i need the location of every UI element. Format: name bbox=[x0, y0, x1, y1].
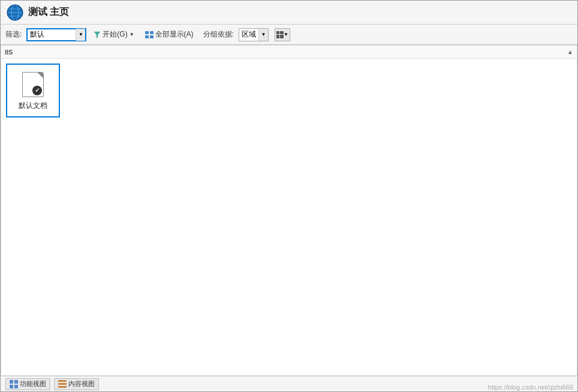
svg-rect-7 bbox=[145, 31, 149, 34]
svg-rect-17 bbox=[58, 386, 67, 388]
toolbar: 筛选: ▼ 开始(G) ▼ 全部显示(A) 分组依据: 区域 ▼ bbox=[1, 25, 577, 45]
content-area: IIS ▲ 默认文档 bbox=[1, 45, 577, 376]
feature-view-label: 功能视图 bbox=[20, 379, 46, 388]
view-toggle-button[interactable]: ▼ bbox=[275, 28, 290, 41]
group-dropdown-wrap[interactable]: 区域 ▼ bbox=[239, 28, 269, 41]
watermark: https://blog.csdn.net/qizhi666 bbox=[488, 384, 573, 391]
title-bar: 测试 主页 bbox=[1, 1, 577, 25]
file-check-icon bbox=[32, 86, 42, 95]
content-view-label: 内容视图 bbox=[68, 379, 95, 388]
filter-input[interactable] bbox=[28, 29, 76, 41]
svg-rect-16 bbox=[58, 383, 67, 385]
status-bar: 功能视图 内容视图 https://blog.csdn.net/qizhi666 bbox=[1, 376, 577, 391]
svg-rect-10 bbox=[150, 35, 153, 38]
svg-rect-12 bbox=[14, 380, 18, 384]
show-all-button[interactable]: 全部显示(A) bbox=[142, 28, 197, 42]
feature-view-icon bbox=[10, 380, 18, 388]
svg-rect-14 bbox=[14, 385, 18, 388]
view-arrow: ▼ bbox=[284, 32, 288, 37]
globe-icon bbox=[7, 4, 23, 21]
svg-marker-6 bbox=[94, 32, 100, 38]
svg-rect-11 bbox=[10, 380, 13, 384]
section-header: IIS ▲ bbox=[1, 46, 577, 59]
funnel-icon bbox=[94, 31, 101, 38]
filter-label: 筛选: bbox=[5, 29, 22, 40]
show-all-icon bbox=[145, 31, 153, 38]
show-all-label: 全部显示(A) bbox=[155, 29, 194, 40]
content-view-icon bbox=[58, 380, 67, 388]
filter-input-wrap[interactable]: ▼ bbox=[26, 28, 86, 41]
page-title: 测试 主页 bbox=[28, 6, 69, 19]
open-button[interactable]: 开始(G) ▼ bbox=[90, 28, 137, 42]
filter-dropdown-button[interactable]: ▼ bbox=[76, 29, 85, 41]
svg-rect-8 bbox=[145, 35, 149, 38]
file-icon bbox=[22, 72, 44, 97]
open-arrow: ▼ bbox=[130, 32, 134, 37]
section-expand-icon[interactable]: ▲ bbox=[567, 49, 573, 55]
open-label: 开始(G) bbox=[103, 29, 127, 40]
items-grid: 默认文档 bbox=[1, 59, 577, 375]
item-label: 默认文档 bbox=[10, 101, 56, 111]
main-window: 测试 主页 筛选: ▼ 开始(G) ▼ 全部显示(A) 分组依据: bbox=[0, 0, 578, 392]
group-by-value: 区域 bbox=[239, 29, 258, 40]
section-title: IIS bbox=[5, 49, 13, 56]
feature-view-button[interactable]: 功能视图 bbox=[5, 378, 50, 390]
group-dropdown-button[interactable]: ▼ bbox=[258, 29, 268, 41]
group-by-label: 分组依据: bbox=[203, 29, 234, 40]
svg-rect-15 bbox=[58, 380, 67, 382]
grid-view-icon bbox=[276, 31, 284, 38]
svg-rect-9 bbox=[150, 31, 153, 34]
svg-rect-13 bbox=[10, 385, 13, 388]
list-item[interactable]: 默认文档 bbox=[6, 64, 60, 117]
content-view-button[interactable]: 内容视图 bbox=[54, 378, 99, 390]
item-icon bbox=[21, 71, 45, 98]
